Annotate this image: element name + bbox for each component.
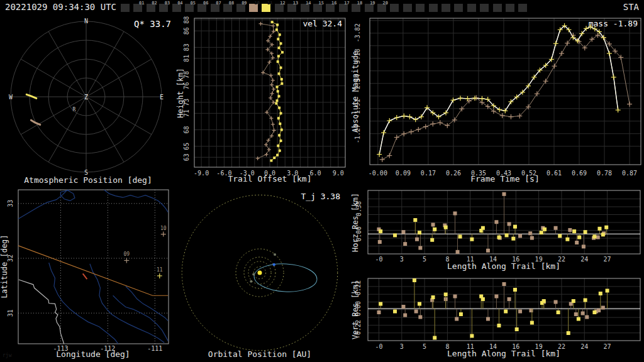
residual-marker: [401, 305, 405, 309]
residual-marker: [377, 310, 380, 314]
camera-box-label: 08: [229, 1, 234, 6]
camera-box-empty[interactable]: [403, 4, 412, 12]
camera-box-empty[interactable]: [429, 4, 438, 12]
x-tick-label: -0: [375, 343, 382, 350]
y-tick-label: 88: [183, 16, 190, 24]
camera-box-18[interactable]: 18: [352, 4, 360, 12]
square-marker: [280, 78, 283, 80]
camera-box-03[interactable]: 03: [159, 4, 168, 12]
square-marker: [277, 60, 279, 63]
residual-marker: [393, 233, 397, 237]
station-id-label: 11: [157, 267, 163, 273]
camera-box-15[interactable]: 15: [313, 4, 322, 12]
residual-marker: [433, 228, 436, 231]
residual-marker: [540, 231, 543, 234]
camera-box-19[interactable]: 19: [365, 4, 374, 12]
x-tick-label: 27: [604, 256, 611, 263]
square-marker: [275, 85, 278, 88]
camera-box-11[interactable]: 11: [262, 4, 270, 12]
residual-marker: [508, 297, 511, 301]
residual-marker: [494, 295, 498, 299]
river-line: [113, 295, 169, 341]
residual-marker: [418, 231, 421, 234]
residual-marker: [415, 238, 419, 241]
camera-box-08[interactable]: 08: [223, 4, 232, 12]
residual-marker: [528, 231, 532, 235]
camera-box-10[interactable]: 10: [249, 4, 258, 12]
residual-marker: [530, 309, 533, 312]
residual-marker: [504, 310, 508, 314]
station-id-label: 10: [160, 226, 167, 231]
y-tick-label: 68: [183, 126, 190, 134]
camera-box-16[interactable]: 16: [326, 4, 335, 12]
square-marker: [271, 21, 274, 23]
camera-box-06[interactable]: 06: [197, 4, 206, 12]
residual-marker: [413, 278, 416, 282]
square-marker: [280, 129, 283, 131]
residual-marker: [554, 300, 558, 304]
camera-box-09[interactable]: 09: [236, 4, 245, 12]
camera-box-empty[interactable]: [506, 4, 514, 12]
y-tick-label: 63: [183, 153, 190, 161]
camera-box-17[interactable]: 17: [339, 4, 348, 12]
residual-marker: [568, 228, 572, 232]
square-marker: [280, 42, 282, 45]
camera-box-label: 20: [383, 1, 388, 6]
residual-marker: [430, 238, 434, 242]
camera-box-05[interactable]: 05: [185, 4, 194, 12]
camera-box-empty[interactable]: [441, 4, 450, 12]
camera-box-07[interactable]: 07: [211, 4, 219, 12]
residual-marker: [596, 236, 600, 239]
residual-marker: [575, 241, 579, 244]
square-marker: [278, 107, 280, 109]
residual-marker: [530, 236, 534, 240]
x-tick-label: -9.0: [194, 170, 209, 177]
square-marker: [280, 112, 282, 114]
x-tick-label: 9.0: [333, 170, 344, 177]
residual-marker: [418, 246, 422, 250]
earth-dot: [273, 263, 275, 266]
camera-box-empty[interactable]: [518, 4, 527, 12]
x-tick-label: 27: [604, 343, 611, 350]
camera-box-04[interactable]: 04: [172, 4, 181, 12]
top-status-bar: 20221029 09:34:30 UTC 010203040506070809…: [0, 0, 644, 14]
residual-marker: [379, 302, 382, 306]
river-line: [18, 190, 69, 219]
camera-box-empty[interactable]: [390, 4, 399, 12]
x-tick-label: 0.69: [572, 170, 587, 177]
camera-box-14[interactable]: 14: [301, 4, 309, 12]
residual-marker: [481, 226, 485, 230]
dashboard-charts: NSWEZRQ* 33.7Atmospheric Position [deg]-…: [0, 0, 644, 362]
river-line: [90, 264, 164, 343]
y-axis-title: Height [km]: [176, 68, 185, 118]
compass-north: N: [84, 18, 88, 25]
residual-marker: [486, 317, 490, 321]
camera-box-empty[interactable]: [121, 4, 130, 12]
x-tick-label: 0.87: [622, 170, 637, 177]
camera-box-01[interactable]: 01: [133, 4, 142, 12]
residual-marker: [486, 249, 490, 253]
camera-box-empty[interactable]: [480, 4, 489, 12]
residual-marker: [597, 309, 601, 312]
camera-box-empty[interactable]: [467, 4, 476, 12]
residual-marker: [567, 331, 570, 335]
residual-marker: [577, 317, 580, 321]
panel-annotation: vel 32.4: [303, 19, 342, 28]
residual-marker: [444, 293, 448, 297]
camera-box-label: 05: [191, 1, 196, 6]
residual-marker: [565, 238, 569, 241]
camera-box-empty[interactable]: [493, 4, 502, 12]
residual-marker: [574, 312, 578, 316]
square-marker: [275, 28, 278, 31]
residual-marker: [497, 236, 501, 239]
camera-box-empty[interactable]: [454, 4, 463, 12]
residual-marker: [518, 234, 522, 238]
x-tick-label: 5: [423, 256, 426, 263]
residual-marker: [431, 222, 435, 226]
camera-box-empty[interactable]: [416, 4, 425, 12]
camera-box-12[interactable]: 12: [275, 4, 284, 12]
camera-box-20[interactable]: 20: [377, 4, 386, 12]
residual-marker: [585, 315, 589, 319]
camera-box-13[interactable]: 13: [287, 4, 296, 12]
camera-box-02[interactable]: 02: [147, 4, 155, 12]
